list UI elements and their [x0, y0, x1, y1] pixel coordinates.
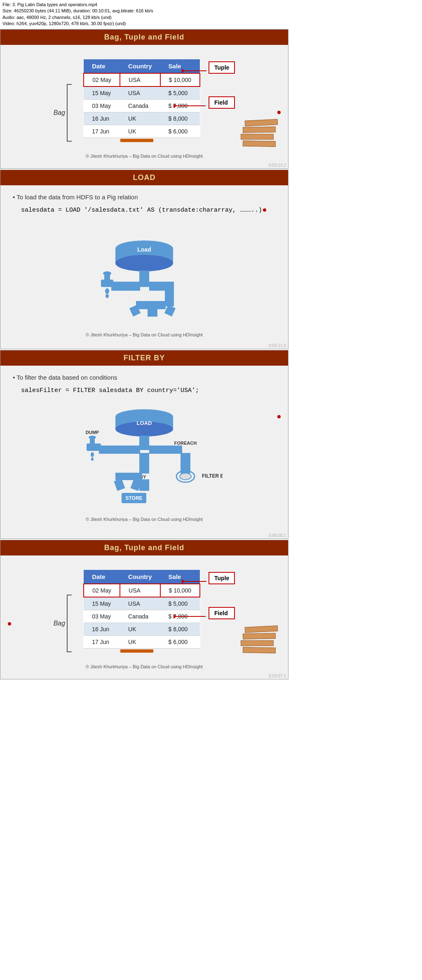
cell-date-5: 17 Jun: [84, 125, 120, 138]
svg-point-14: [106, 294, 109, 298]
slide3-copyright: © Jitesh Khurkhuriya – Big Data on Cloud…: [13, 513, 276, 525]
svg-rect-20: [164, 305, 176, 316]
cell-sale-2: $ 5,000: [160, 86, 200, 100]
svg-text:LOAD: LOAD: [137, 420, 152, 426]
tuple-wrap: Tuple: [209, 61, 235, 74]
stack-rect-3: [241, 134, 274, 140]
svg-rect-28: [149, 446, 182, 454]
svg-marker-51: [173, 614, 177, 618]
svg-rect-40: [139, 453, 149, 474]
tuple-arrow-svg: [182, 65, 206, 77]
stack-rect-4-4: [243, 647, 276, 653]
slide3-timestamp: 0:06:00.1: [269, 533, 286, 538]
svg-point-38: [180, 473, 191, 480]
file-info-header: File: 3. Pig Latin Data types and operat…: [0, 0, 288, 29]
col-date-4: Date: [84, 570, 120, 584]
tuple-wrap-4: Tuple: [209, 572, 235, 584]
table-row-4-2: 15 May USA $ 5,000: [84, 597, 200, 610]
slide2-title: LOAD: [133, 173, 156, 182]
table-row-5: 17 Jun UK $ 6,000: [84, 125, 200, 138]
file-line4: Video: h264, yuv420p, 1280x720, 478 kb/s…: [2, 21, 286, 27]
highlight-bar-4: [120, 649, 153, 653]
slide1-title: Bag, Tuple and Field: [104, 33, 185, 41]
slide2-content: To load the data from HDFS to a Pig rela…: [0, 185, 288, 349]
svg-rect-15: [149, 282, 174, 291]
red-dot-slide3: [277, 415, 281, 418]
col-country: Country: [120, 59, 160, 73]
slide2-bullet: To load the data from HDFS to a Pig rela…: [13, 194, 276, 201]
cell-sale-5: $ 6,000: [160, 125, 200, 138]
cell-country-4-4: UK: [120, 623, 160, 635]
svg-rect-27: [99, 446, 140, 454]
slide4: Bag, Tuple and Field Bag Date Country Sa…: [0, 540, 288, 679]
slide4-content: Bag Date Country Sale 02 May: [0, 555, 288, 679]
filter-svg: LOAD DUMP FOREACH: [66, 404, 223, 507]
stack-rect-4-2: [243, 633, 276, 639]
cell-date-3: 03 May: [84, 99, 120, 112]
slide3-content: To filter the data based on conditions s…: [0, 366, 288, 539]
load-svg: Load: [87, 226, 202, 317]
slide2-header: LOAD: [0, 170, 288, 185]
svg-rect-17: [148, 301, 166, 309]
slide3-title: FILTER BY: [124, 354, 165, 362]
cell-sale-4-5: $ 6,000: [160, 635, 200, 648]
svg-point-13: [105, 288, 109, 294]
red-dot-1: [277, 111, 281, 114]
slide3-header: FILTER BY: [0, 350, 288, 366]
highlight-bar: [120, 139, 153, 142]
svg-rect-16: [165, 290, 174, 306]
field-label: Field: [214, 99, 228, 106]
bag-bracket: [67, 84, 72, 142]
table-row-4-5: 17 Jun UK $ 6,000: [84, 635, 200, 648]
svg-marker-49: [182, 579, 185, 583]
slide1-copyright: © Jitesh Khurkhuriya – Big Data on Cloud…: [9, 150, 280, 162]
cell-date-4-4: 16 Jun: [84, 623, 120, 635]
bag-bracket-4: [67, 595, 72, 652]
cell-country-2: USA: [120, 86, 160, 100]
table-row-4: 16 Jun UK $ 8,000: [84, 112, 200, 125]
slide2: LOAD To load the data from HDFS to a Pig…: [0, 170, 288, 349]
slide3-code: salesFilter = FILTER salesdata BY countr…: [21, 387, 276, 394]
cell-sale-4-4: $ 8,000: [160, 623, 200, 635]
cell-date-4-2: 15 May: [84, 597, 120, 610]
field-label-4: Field: [214, 610, 228, 616]
stack-visual: [241, 120, 278, 148]
red-dot-4: [8, 622, 11, 625]
cell-date-2: 15 May: [84, 86, 120, 100]
slide3-bullet: To filter the data based on conditions: [13, 374, 276, 381]
svg-rect-8: [139, 271, 149, 287]
svg-rect-45: [139, 479, 149, 491]
cell-country-3: Canada: [120, 99, 160, 112]
svg-text:DUMP: DUMP: [86, 430, 99, 435]
cell-country-5: UK: [120, 125, 160, 138]
svg-marker-1: [182, 69, 185, 73]
col-country-4: Country: [120, 570, 160, 584]
tuple-label: Tuple: [214, 64, 229, 71]
svg-rect-21: [148, 308, 157, 317]
svg-rect-43: [114, 478, 125, 491]
svg-text:FILTER BY: FILTER BY: [202, 473, 223, 479]
svg-text:STORE: STORE: [125, 495, 142, 501]
svg-point-31: [89, 436, 96, 439]
svg-marker-3: [173, 104, 177, 108]
col-date: Date: [84, 59, 120, 73]
field-box: Field: [209, 96, 235, 109]
file-line3: Audio: aac, 48000 Hz, 2 channels, s16, 1…: [2, 14, 286, 21]
bag-label-wrap: Bag: [54, 84, 75, 142]
labels-wrap-4: Tuple Field: [209, 572, 235, 619]
field-arrow-svg: [173, 100, 206, 112]
slide2-timestamp: 0:03:11.0: [269, 343, 286, 348]
table-row-4-4: 16 Jun UK $ 8,000: [84, 623, 200, 635]
table-wrap-4: Bag Date Country Sale 02 May: [9, 562, 280, 661]
svg-text:FOREACH: FOREACH: [174, 441, 197, 446]
cell-date-4: 16 Jun: [84, 112, 120, 125]
svg-point-6: [115, 255, 173, 271]
cell-date-4-3: 03 May: [84, 610, 120, 623]
table-row-2: 15 May USA $ 5,000: [84, 86, 200, 100]
stack-rect-4-1: [245, 625, 278, 632]
svg-text:Load: Load: [137, 246, 151, 253]
tuple-arrow-svg-4: [182, 575, 206, 588]
stack-rect-4: [243, 140, 276, 147]
slide1-content: Bag Date Country Sale 02 May: [0, 45, 288, 168]
slide4-title: Bag, Tuple and Field: [104, 544, 185, 552]
